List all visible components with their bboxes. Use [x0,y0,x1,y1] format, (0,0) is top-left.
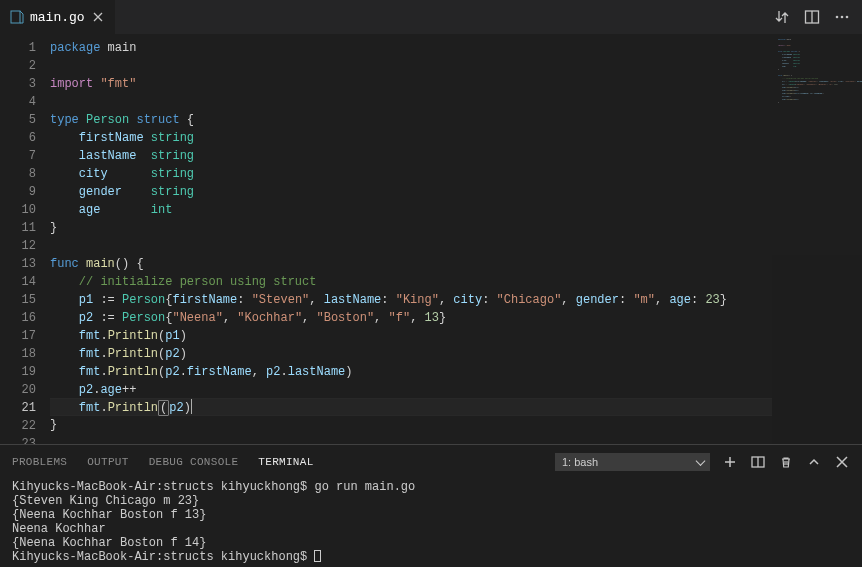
tab-debug-console[interactable]: DEBUG CONSOLE [149,456,239,468]
minimap[interactable]: package mainimport "fmt"type Person stru… [772,35,862,444]
svg-rect-0 [11,11,20,23]
line-number: 18 [0,345,36,363]
split-editor-icon[interactable] [804,9,820,25]
code-line[interactable]: // initialize person using struct [50,273,772,291]
code-line[interactable]: } [50,219,772,237]
code-line[interactable] [50,237,772,255]
code-line[interactable]: city string [50,165,772,183]
code-line[interactable]: fmt.Println(p2) [50,398,772,416]
line-number: 17 [0,327,36,345]
line-number: 19 [0,363,36,381]
line-number: 6 [0,129,36,147]
code-line[interactable]: type Person struct { [50,111,772,129]
line-number: 21 [0,399,36,417]
tabs: main.go [0,0,116,34]
line-number: 11 [0,219,36,237]
kill-terminal-icon[interactable] [778,454,794,470]
line-number: 22 [0,417,36,435]
go-file-icon [10,10,24,24]
tab-problems[interactable]: PROBLEMS [12,456,67,468]
code-line[interactable]: firstName string [50,129,772,147]
terminal-line: Kihyucks-MacBook-Air:structs kihyuckhong… [12,550,850,564]
code-line[interactable]: gender string [50,183,772,201]
code-line[interactable] [50,57,772,75]
terminal-line: Neena Kochhar [12,522,850,536]
line-number: 5 [0,111,36,129]
code-area[interactable]: package mainimport "fmt"type Person stru… [50,35,772,444]
line-number: 1 [0,39,36,57]
maximize-panel-icon[interactable] [806,454,822,470]
terminal-line: Kihyucks-MacBook-Air:structs kihyuckhong… [12,480,850,494]
code-line[interactable]: p1 := Person{firstName: "Steven", lastNa… [50,291,772,309]
line-number: 3 [0,75,36,93]
line-number: 4 [0,93,36,111]
line-number: 9 [0,183,36,201]
terminal-select[interactable]: 1: bash [555,453,710,471]
svg-point-5 [846,16,849,19]
panel-tabs: PROBLEMS OUTPUT DEBUG CONSOLE TERMINAL 1… [0,445,862,478]
code-line[interactable]: fmt.Println(p2) [50,345,772,363]
more-icon[interactable] [834,9,850,25]
line-number: 15 [0,291,36,309]
code-line[interactable]: fmt.Println(p1) [50,327,772,345]
terminal-output[interactable]: Kihyucks-MacBook-Air:structs kihyuckhong… [0,478,862,567]
title-actions [774,9,862,25]
line-number: 13 [0,255,36,273]
line-number: 23 [0,435,36,444]
code-line[interactable]: func main() { [50,255,772,273]
line-number: 7 [0,147,36,165]
terminal-cursor [314,550,321,562]
code-line[interactable]: import "fmt" [50,75,772,93]
line-number: 16 [0,309,36,327]
svg-point-3 [836,16,839,19]
line-gutter: 1234567891011121314151617181920212223 [0,35,50,444]
terminal-line: {Steven King Chicago m 23} [12,494,850,508]
line-number: 20 [0,381,36,399]
code-line[interactable]: age int [50,201,772,219]
tab-output[interactable]: OUTPUT [87,456,128,468]
code-line[interactable]: fmt.Println(p2.firstName, p2.lastName) [50,363,772,381]
line-number: 2 [0,57,36,75]
panel: PROBLEMS OUTPUT DEBUG CONSOLE TERMINAL 1… [0,444,862,567]
svg-point-4 [841,16,844,19]
close-panel-icon[interactable] [834,454,850,470]
line-number: 14 [0,273,36,291]
title-bar: main.go [0,0,862,35]
code-line[interactable]: } [50,416,772,434]
tab-label: main.go [30,10,85,25]
code-line[interactable]: lastName string [50,147,772,165]
close-icon[interactable] [91,10,105,24]
editor[interactable]: 1234567891011121314151617181920212223 pa… [0,35,862,444]
terminal-line: {Neena Kochhar Boston f 13} [12,508,850,522]
new-terminal-icon[interactable] [722,454,738,470]
tab-terminal[interactable]: TERMINAL [258,456,313,468]
line-number: 10 [0,201,36,219]
compare-icon[interactable] [774,9,790,25]
code-line[interactable] [50,434,772,444]
tab-main-go[interactable]: main.go [0,0,116,34]
code-line[interactable]: p2.age++ [50,381,772,399]
code-line[interactable] [50,93,772,111]
code-line[interactable]: package main [50,39,772,57]
split-terminal-icon[interactable] [750,454,766,470]
terminal-line: {Neena Kochhar Boston f 14} [12,536,850,550]
code-line[interactable]: p2 := Person{"Neena", "Kochhar", "Boston… [50,309,772,327]
line-number: 12 [0,237,36,255]
line-number: 8 [0,165,36,183]
